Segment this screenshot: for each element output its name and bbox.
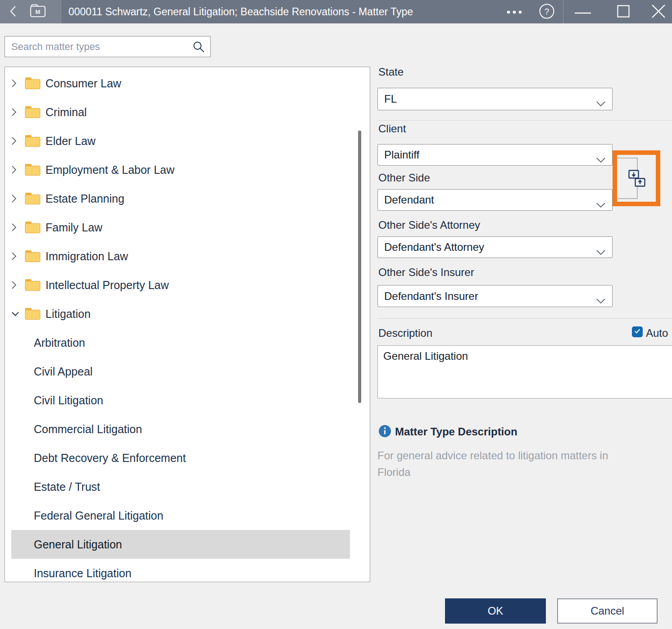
checkmark-icon bbox=[633, 327, 641, 337]
tree-item-elder-law[interactable]: Elder Law bbox=[11, 127, 350, 155]
tree-item-label: Civil Litigation bbox=[34, 394, 103, 407]
chevron-right-icon[interactable] bbox=[11, 165, 19, 174]
other-side-attorney-select[interactable]: Defendant's Attorney bbox=[377, 236, 613, 258]
separator bbox=[377, 318, 672, 319]
folder-icon bbox=[24, 221, 41, 234]
titlebar: M 000011 Schwartz, General Litigation; B… bbox=[0, 0, 672, 23]
help-button[interactable]: ? bbox=[538, 0, 556, 23]
tree-item-litigation[interactable]: Litigation bbox=[11, 299, 350, 328]
close-icon bbox=[651, 4, 666, 20]
maximize-button[interactable] bbox=[612, 0, 635, 23]
chevron-right-icon[interactable] bbox=[11, 194, 19, 203]
back-button[interactable] bbox=[9, 5, 17, 19]
help-icon: ? bbox=[539, 3, 555, 21]
matter-type-description-heading: Matter Type Description bbox=[395, 425, 518, 438]
tree-item-estate-trust[interactable]: Estate / Trust bbox=[11, 472, 350, 501]
app-folder-icon: M bbox=[29, 3, 47, 20]
chevron-down-icon[interactable] bbox=[11, 311, 19, 317]
tree-item-civil-litigation[interactable]: Civil Litigation bbox=[11, 386, 350, 415]
search-input[interactable] bbox=[5, 36, 210, 57]
info-icon bbox=[379, 425, 391, 439]
tree-item-family-law[interactable]: Family Law bbox=[11, 213, 350, 242]
folder-icon bbox=[24, 105, 41, 119]
state-select[interactable]: FL bbox=[377, 88, 613, 110]
close-button[interactable] bbox=[647, 0, 670, 23]
chevron-down-icon bbox=[596, 153, 605, 166]
other-side-value: Defendant bbox=[384, 194, 434, 206]
tree-item-label: Estate Planning bbox=[45, 192, 124, 205]
window-title: 000011 Schwartz, General Litigation; Bea… bbox=[68, 0, 413, 23]
chevron-down-icon bbox=[596, 294, 605, 307]
tree-item-commercial-litigation[interactable]: Commercial Litigation bbox=[11, 415, 350, 443]
description-textarea[interactable]: General Litigation bbox=[377, 345, 672, 398]
maximize-icon bbox=[617, 5, 630, 19]
tree-item-label: Consumer Law bbox=[45, 77, 121, 90]
other-side-select[interactable]: Defendant bbox=[377, 189, 613, 211]
chevron-right-icon[interactable] bbox=[11, 252, 19, 261]
chevron-right-icon[interactable] bbox=[11, 108, 19, 117]
tree-item-intellectual-property-law[interactable]: Intellectual Property Law bbox=[11, 271, 350, 299]
client-select[interactable]: Plaintiff bbox=[377, 144, 613, 166]
chevron-right-icon[interactable] bbox=[11, 223, 19, 232]
tree-item-consumer-law[interactable]: Consumer Law bbox=[11, 69, 350, 98]
more-options-icon bbox=[506, 9, 522, 15]
separator bbox=[377, 120, 672, 121]
folder-icon bbox=[24, 278, 41, 292]
tree-item-employment-labor-law[interactable]: Employment & Labor Law bbox=[11, 155, 350, 184]
folder-icon bbox=[24, 307, 41, 321]
other-side-attorney-value: Defendant's Attorney bbox=[384, 241, 484, 253]
state-label: State bbox=[378, 66, 404, 78]
chevron-down-icon bbox=[596, 198, 605, 211]
chevron-right-icon[interactable] bbox=[11, 136, 19, 145]
chevron-down-icon bbox=[596, 245, 605, 258]
folder-icon bbox=[24, 192, 41, 205]
highlight-annotation-box bbox=[613, 150, 660, 206]
tree-item-label: Arbitration bbox=[34, 336, 85, 349]
folder-icon bbox=[24, 77, 41, 90]
tree-item-debt-recovery-enforcement[interactable]: Debt Recovery & Enforcement bbox=[11, 443, 350, 472]
tree-item-label: Litigation bbox=[45, 308, 91, 321]
client-label: Client bbox=[378, 122, 406, 135]
cancel-button[interactable]: Cancel bbox=[557, 598, 658, 624]
search-box bbox=[5, 36, 211, 57]
titlebar-divider bbox=[563, 0, 563, 23]
other-side-attorney-label: Other Side's Attorney bbox=[378, 219, 480, 231]
tree-item-civil-appeal[interactable]: Civil Appeal bbox=[11, 357, 350, 386]
minimize-icon bbox=[575, 9, 591, 15]
minimize-button[interactable] bbox=[571, 0, 595, 23]
tree-item-general-litigation[interactable]: General Litigation bbox=[11, 530, 350, 559]
chevron-right-icon[interactable] bbox=[11, 281, 19, 290]
folder-icon bbox=[24, 249, 41, 263]
tree-item-label: Criminal bbox=[45, 106, 87, 119]
back-icon bbox=[9, 5, 17, 19]
tree-item-federal-general-litigation[interactable]: Federal General Litigation bbox=[11, 501, 350, 530]
tree-item-immigration-law[interactable]: Immigration Law bbox=[11, 242, 350, 271]
tree-item-estate-planning[interactable]: Estate Planning bbox=[11, 184, 350, 213]
auto-checkbox-label: Auto bbox=[646, 327, 668, 339]
other-side-label: Other Side bbox=[378, 172, 430, 184]
chevron-right-icon[interactable] bbox=[11, 79, 19, 88]
tree-item-label: Intellectual Property Law bbox=[45, 279, 169, 292]
tree-item-arbitration[interactable]: Arbitration bbox=[11, 328, 350, 357]
tree-item-label: Family Law bbox=[45, 221, 102, 234]
tree-item-label: Debt Recovery & Enforcement bbox=[34, 452, 186, 465]
description-label: Description bbox=[378, 327, 432, 339]
more-options-button[interactable] bbox=[503, 0, 526, 23]
other-side-insurer-select[interactable]: Defendant's Insurer bbox=[377, 285, 613, 307]
tree-item-criminal[interactable]: Criminal bbox=[11, 98, 350, 127]
auto-checkbox[interactable] bbox=[632, 326, 643, 337]
titlebar-nav: M bbox=[0, 0, 62, 23]
chevron-down-icon bbox=[596, 97, 605, 109]
other-side-insurer-label: Other Side's Insurer bbox=[378, 266, 474, 279]
ok-button[interactable]: OK bbox=[445, 598, 546, 624]
tree-item-label: Federal General Litigation bbox=[34, 509, 163, 522]
svg-text:?: ? bbox=[545, 7, 549, 16]
svg-text:M: M bbox=[36, 9, 41, 15]
tree-item-insurance-litigation[interactable]: Insurance Litigation bbox=[11, 559, 350, 582]
tree-item-label: Estate / Trust bbox=[34, 480, 100, 493]
matter-type-description-text: For general advice related to litigation… bbox=[377, 447, 641, 480]
tree-scrollbar-thumb[interactable] bbox=[358, 131, 361, 403]
tree-item-label: Commercial Litigation bbox=[34, 423, 142, 436]
tree-item-label: Immigration Law bbox=[45, 250, 128, 263]
tree-item-label: Civil Appeal bbox=[34, 365, 93, 378]
